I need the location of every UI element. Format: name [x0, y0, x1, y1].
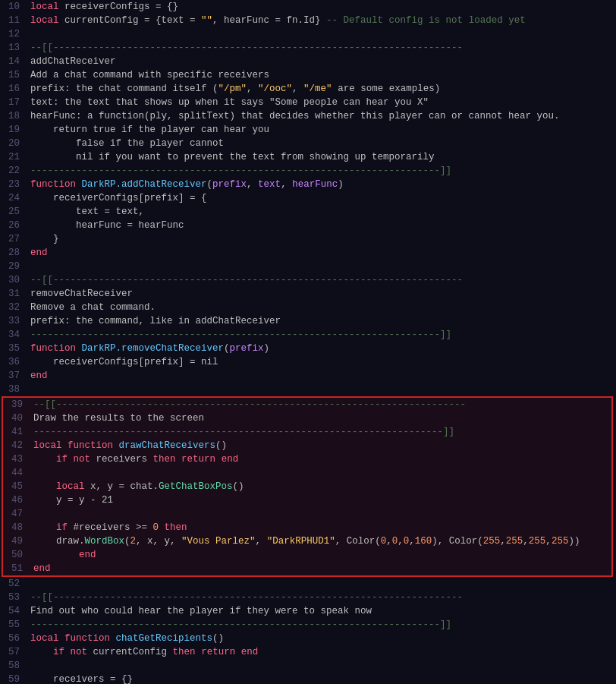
line-number: 54: [0, 604, 27, 618]
code-line: 57 if not currentConfig then return end: [0, 645, 616, 659]
line-number: 26: [0, 219, 27, 232]
line-number: 59: [0, 673, 27, 684]
line-content: if not currentConfig then return end: [27, 645, 616, 659]
line-content: hearFunc = hearFunc: [27, 219, 616, 232]
code-line: 14addChatReceiver: [0, 55, 616, 68]
line-content: local function drawChatReceivers(): [30, 439, 611, 452]
line-number: 20: [0, 137, 27, 150]
code-line: 51end: [2, 562, 613, 577]
line-content: local receiverConfigs = {}: [27, 0, 616, 14]
line-content: receiverConfigs[prefix] = nil: [27, 355, 616, 369]
line-number: 39: [3, 398, 30, 411]
line-number: 31: [0, 287, 27, 301]
code-line: 56local function chatGetRecipients(): [0, 632, 616, 645]
line-number: 13: [0, 41, 27, 55]
line-number: 12: [0, 27, 27, 41]
line-content: [27, 27, 616, 41]
line-number: 23: [0, 178, 27, 191]
line-number: 46: [3, 493, 30, 507]
code-line: 25 text = text,: [0, 205, 616, 219]
line-content: end: [27, 369, 616, 383]
code-line: 41--------------------------------------…: [2, 425, 613, 439]
line-number: 41: [3, 425, 30, 439]
code-line: 46 y = y - 21: [2, 493, 613, 507]
line-number: 49: [3, 534, 30, 548]
code-line: 31removeChatReceiver: [0, 287, 616, 301]
code-line: 58: [0, 659, 616, 673]
line-content: draw.WordBox(2, x, y, "Vous Parlez", "Da…: [30, 534, 611, 548]
line-content: false if the player cannot: [27, 137, 616, 150]
line-content: function DarkRP.removeChatReceiver(prefi…: [27, 342, 616, 355]
code-line: 49 draw.WordBox(2, x, y, "Vous Parlez", …: [2, 534, 613, 548]
line-number: 52: [0, 577, 27, 591]
line-number: 42: [3, 439, 30, 452]
line-content: local currentConfig = {text = "", hearFu…: [27, 14, 616, 27]
line-number: 30: [0, 273, 27, 287]
line-number: 14: [0, 55, 27, 68]
line-number: 45: [3, 480, 30, 493]
line-content: [27, 383, 616, 396]
code-line: 19 return true if the player can hear yo…: [0, 123, 616, 137]
code-line: 47: [2, 507, 613, 521]
code-line: 18hearFunc: a function(ply, splitText) t…: [0, 109, 616, 123]
code-line: 21 nil if you want to prevent the text f…: [0, 150, 616, 164]
code-line: 11local currentConfig = {text = "", hear…: [0, 14, 616, 27]
line-content: text: the text that shows up when it say…: [27, 96, 616, 109]
code-lines: 10local receiverConfigs = {}11local curr…: [0, 0, 616, 684]
code-line: 55--------------------------------------…: [0, 618, 616, 632]
line-number: 32: [0, 301, 27, 314]
line-content: ----------------------------------------…: [27, 328, 616, 342]
code-editor: 10local receiverConfigs = {}11local curr…: [0, 0, 616, 684]
line-content: [30, 466, 611, 480]
line-content: ----------------------------------------…: [27, 164, 616, 178]
line-number: 47: [3, 507, 30, 521]
line-number: 58: [0, 659, 27, 673]
code-line: 48 if #receivers >= 0 then: [2, 521, 613, 534]
line-content: ----------------------------------------…: [30, 425, 611, 439]
line-content: --[[------------------------------------…: [27, 273, 616, 287]
line-content: Remove a chat command.: [27, 301, 616, 314]
code-line: 10local receiverConfigs = {}: [0, 0, 616, 14]
line-content: removeChatReceiver: [27, 287, 616, 301]
line-number: 50: [3, 548, 30, 562]
code-line: 44: [2, 466, 613, 480]
line-content: local function chatGetRecipients(): [27, 632, 616, 645]
line-content: end: [30, 562, 611, 575]
code-line: 30--[[----------------------------------…: [0, 273, 616, 287]
code-line: 40Draw the results to the screen: [2, 411, 613, 425]
line-content: function DarkRP.addChatReceiver(prefix, …: [27, 178, 616, 191]
code-line: 24 receiverConfigs[prefix] = {: [0, 191, 616, 205]
line-number: 36: [0, 355, 27, 369]
line-number: 16: [0, 82, 27, 96]
code-line: 20 false if the player cannot: [0, 137, 616, 150]
line-number: 22: [0, 164, 27, 178]
line-content: receiverConfigs[prefix] = {: [27, 191, 616, 205]
line-number: 40: [3, 411, 30, 425]
line-number: 34: [0, 328, 27, 342]
line-content: --[[------------------------------------…: [27, 41, 616, 55]
line-content: nil if you want to prevent the text from…: [27, 150, 616, 164]
line-number: 18: [0, 109, 27, 123]
code-line: 27 }: [0, 232, 616, 246]
line-content: Draw the results to the screen: [30, 411, 611, 425]
line-content: Add a chat command with specific receive…: [27, 68, 616, 82]
line-number: 35: [0, 342, 27, 355]
code-line: 52: [0, 577, 616, 591]
line-content: --[[------------------------------------…: [27, 591, 616, 604]
line-content: hearFunc: a function(ply, splitText) tha…: [27, 109, 616, 123]
code-line: 32Remove a chat command.: [0, 301, 616, 314]
line-content: text = text,: [27, 205, 616, 219]
line-content: end: [30, 548, 611, 562]
line-number: 27: [0, 232, 27, 246]
line-content: }: [27, 232, 616, 246]
line-content: ----------------------------------------…: [27, 618, 616, 632]
code-line: 36 receiverConfigs[prefix] = nil: [0, 355, 616, 369]
line-number: 44: [3, 466, 30, 480]
code-line: 12: [0, 27, 616, 41]
line-number: 33: [0, 314, 27, 328]
code-line: 16prefix: the chat command itself ("/pm"…: [0, 82, 616, 96]
line-content: local x, y = chat.GetChatBoxPos(): [30, 480, 611, 493]
line-content: return true if the player can hear you: [27, 123, 616, 137]
line-content: if #receivers >= 0 then: [30, 521, 611, 534]
line-content: [27, 577, 616, 591]
